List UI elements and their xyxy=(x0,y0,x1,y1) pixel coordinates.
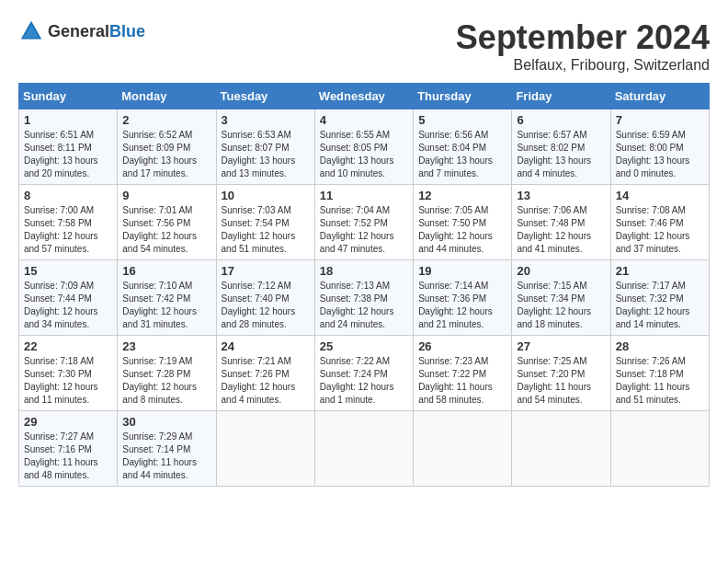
daylight-text: Daylight: 11 hours and 44 minutes. xyxy=(122,457,197,480)
weekday-header-monday: Monday xyxy=(118,84,216,109)
page-header: GeneralBlue September 2024 Belfaux, Frib… xyxy=(18,18,710,74)
sunset-text: Sunset: 7:20 PM xyxy=(517,369,585,379)
day-info: Sunrise: 7:00 AM Sunset: 7:58 PM Dayligh… xyxy=(24,204,112,256)
calendar-cell xyxy=(314,411,413,487)
daylight-text: Daylight: 12 hours and 4 minutes. xyxy=(222,382,296,405)
calendar-cell: 7 Sunrise: 6:59 AM Sunset: 8:00 PM Dayli… xyxy=(610,109,709,185)
day-number: 21 xyxy=(616,264,704,278)
calendar-cell: 21 Sunrise: 7:17 AM Sunset: 7:32 PM Dayl… xyxy=(610,260,709,336)
daylight-text: Daylight: 12 hours and 57 minutes. xyxy=(24,231,98,254)
calendar-cell: 25 Sunrise: 7:22 AM Sunset: 7:24 PM Dayl… xyxy=(314,336,413,411)
day-number: 8 xyxy=(24,189,112,202)
daylight-text: Daylight: 12 hours and 21 minutes. xyxy=(418,306,493,329)
sunset-text: Sunset: 7:40 PM xyxy=(222,293,290,304)
daylight-text: Daylight: 12 hours and 54 minutes. xyxy=(122,231,197,254)
day-number: 7 xyxy=(616,113,704,127)
day-info: Sunrise: 7:04 AM Sunset: 7:52 PM Dayligh… xyxy=(320,204,408,256)
day-number: 9 xyxy=(122,189,210,202)
calendar-cell: 27 Sunrise: 7:25 AM Sunset: 7:20 PM Dayl… xyxy=(512,336,610,411)
day-number: 14 xyxy=(616,189,704,202)
calendar-cell: 15 Sunrise: 7:09 AM Sunset: 7:44 PM Dayl… xyxy=(19,260,118,336)
day-number: 4 xyxy=(320,113,408,127)
logo-text: GeneralBlue xyxy=(48,22,145,41)
day-number: 19 xyxy=(418,264,506,278)
day-number: 16 xyxy=(122,264,210,278)
weekday-header-sunday: Sunday xyxy=(19,84,118,109)
calendar-cell: 6 Sunrise: 6:57 AM Sunset: 8:02 PM Dayli… xyxy=(512,109,610,185)
day-info: Sunrise: 7:12 AM Sunset: 7:40 PM Dayligh… xyxy=(222,280,310,331)
sunset-text: Sunset: 8:09 PM xyxy=(122,143,190,153)
calendar-cell: 5 Sunrise: 6:56 AM Sunset: 8:04 PM Dayli… xyxy=(414,109,512,185)
calendar-week-row: 1 Sunrise: 6:51 AM Sunset: 8:11 PM Dayli… xyxy=(19,109,710,185)
calendar-cell: 11 Sunrise: 7:04 AM Sunset: 7:52 PM Dayl… xyxy=(314,185,413,260)
day-info: Sunrise: 7:19 AM Sunset: 7:28 PM Dayligh… xyxy=(122,355,210,407)
sunset-text: Sunset: 7:34 PM xyxy=(517,293,585,304)
sunrise-text: Sunrise: 7:03 AM xyxy=(222,205,291,215)
sunset-text: Sunset: 7:30 PM xyxy=(24,369,92,379)
sunrise-text: Sunrise: 7:06 AM xyxy=(517,205,586,215)
day-number: 18 xyxy=(320,264,408,278)
sunset-text: Sunset: 7:54 PM xyxy=(222,218,290,228)
sunset-text: Sunset: 7:28 PM xyxy=(122,369,190,379)
day-info: Sunrise: 7:03 AM Sunset: 7:54 PM Dayligh… xyxy=(222,204,310,256)
calendar-cell: 23 Sunrise: 7:19 AM Sunset: 7:28 PM Dayl… xyxy=(118,336,216,411)
daylight-text: Daylight: 13 hours and 17 minutes. xyxy=(122,155,197,178)
day-number: 6 xyxy=(517,113,605,127)
day-number: 5 xyxy=(418,113,506,127)
month-title: September 2024 xyxy=(456,18,710,57)
sunset-text: Sunset: 8:07 PM xyxy=(222,143,290,153)
weekday-header-wednesday: Wednesday xyxy=(314,84,413,109)
daylight-text: Daylight: 11 hours and 54 minutes. xyxy=(517,382,591,405)
day-number: 23 xyxy=(122,339,210,353)
daylight-text: Daylight: 12 hours and 11 minutes. xyxy=(24,382,98,405)
day-info: Sunrise: 7:01 AM Sunset: 7:56 PM Dayligh… xyxy=(122,204,210,256)
day-info: Sunrise: 7:25 AM Sunset: 7:20 PM Dayligh… xyxy=(517,355,605,407)
logo-icon xyxy=(18,18,44,44)
sunset-text: Sunset: 8:04 PM xyxy=(418,143,486,153)
sunset-text: Sunset: 7:26 PM xyxy=(222,369,290,379)
day-info: Sunrise: 7:29 AM Sunset: 7:14 PM Dayligh… xyxy=(122,431,210,482)
calendar-cell: 24 Sunrise: 7:21 AM Sunset: 7:26 PM Dayl… xyxy=(216,336,314,411)
sunrise-text: Sunrise: 7:22 AM xyxy=(320,356,390,366)
calendar-cell: 17 Sunrise: 7:12 AM Sunset: 7:40 PM Dayl… xyxy=(216,260,314,336)
sunrise-text: Sunrise: 7:18 AM xyxy=(24,356,94,366)
day-info: Sunrise: 6:55 AM Sunset: 8:05 PM Dayligh… xyxy=(320,129,408,180)
calendar-cell: 22 Sunrise: 7:18 AM Sunset: 7:30 PM Dayl… xyxy=(19,336,118,411)
calendar-cell: 12 Sunrise: 7:05 AM Sunset: 7:50 PM Dayl… xyxy=(414,185,512,260)
sunset-text: Sunset: 7:44 PM xyxy=(24,293,92,304)
sunset-text: Sunset: 7:36 PM xyxy=(418,293,486,304)
weekday-header-friday: Friday xyxy=(512,84,610,109)
sunrise-text: Sunrise: 7:01 AM xyxy=(122,205,192,215)
sunset-text: Sunset: 7:38 PM xyxy=(320,293,388,304)
day-info: Sunrise: 7:14 AM Sunset: 7:36 PM Dayligh… xyxy=(418,280,506,331)
sunrise-text: Sunrise: 7:27 AM xyxy=(24,431,94,442)
day-number: 26 xyxy=(418,339,506,353)
calendar-cell: 29 Sunrise: 7:27 AM Sunset: 7:16 PM Dayl… xyxy=(19,411,118,487)
daylight-text: Daylight: 12 hours and 18 minutes. xyxy=(517,306,591,329)
day-info: Sunrise: 7:05 AM Sunset: 7:50 PM Dayligh… xyxy=(418,204,506,256)
day-number: 13 xyxy=(517,189,605,202)
day-info: Sunrise: 7:22 AM Sunset: 7:24 PM Dayligh… xyxy=(320,355,408,407)
day-number: 3 xyxy=(222,113,310,127)
daylight-text: Daylight: 12 hours and 31 minutes. xyxy=(122,306,197,329)
day-info: Sunrise: 7:21 AM Sunset: 7:26 PM Dayligh… xyxy=(222,355,310,407)
daylight-text: Daylight: 13 hours and 20 minutes. xyxy=(24,155,98,178)
day-info: Sunrise: 6:51 AM Sunset: 8:11 PM Dayligh… xyxy=(24,129,112,180)
title-section: September 2024 Belfaux, Fribourg, Switze… xyxy=(456,18,710,74)
sunrise-text: Sunrise: 6:57 AM xyxy=(517,130,586,140)
sunset-text: Sunset: 8:00 PM xyxy=(616,143,684,153)
weekday-header-tuesday: Tuesday xyxy=(216,84,314,109)
sunset-text: Sunset: 7:46 PM xyxy=(616,218,684,228)
day-info: Sunrise: 6:52 AM Sunset: 8:09 PM Dayligh… xyxy=(122,129,210,180)
sunset-text: Sunset: 7:16 PM xyxy=(24,444,92,454)
sunset-text: Sunset: 7:42 PM xyxy=(122,293,190,304)
calendar-cell: 4 Sunrise: 6:55 AM Sunset: 8:05 PM Dayli… xyxy=(314,109,413,185)
logo-blue: Blue xyxy=(109,22,145,40)
sunrise-text: Sunrise: 7:14 AM xyxy=(418,281,488,291)
day-number: 15 xyxy=(24,264,112,278)
sunrise-text: Sunrise: 7:10 AM xyxy=(122,281,192,291)
daylight-text: Daylight: 12 hours and 1 minute. xyxy=(320,382,394,405)
daylight-text: Daylight: 13 hours and 13 minutes. xyxy=(222,155,296,178)
day-info: Sunrise: 7:23 AM Sunset: 7:22 PM Dayligh… xyxy=(418,355,506,407)
calendar-week-row: 15 Sunrise: 7:09 AM Sunset: 7:44 PM Dayl… xyxy=(19,260,710,336)
